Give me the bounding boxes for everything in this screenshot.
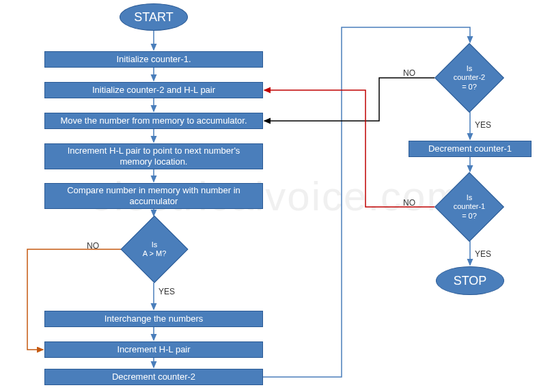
text-decrement-counter1: Decrement counter-1 [428, 143, 512, 154]
process-compare: Compare number in memory with number in … [44, 183, 263, 209]
text-interchange: Interchange the numbers [105, 313, 204, 324]
process-move-memory: Move the number from memory to accumulat… [44, 113, 263, 129]
text-init-counter1: Initialize counter-1. [116, 54, 191, 65]
process-decrement-counter1: Decrement counter-1 [409, 141, 532, 157]
decision-counter2-zero: Is counter-2 = 0? [445, 53, 494, 102]
decision-a-gt-m: Is A > M? [130, 225, 178, 273]
decision-counter1-zero: Is counter-1 = 0? [445, 182, 494, 232]
text-compare: Compare number in memory with number in … [51, 185, 257, 208]
process-increment-hl-next: Increment H-L pair to point to next numb… [44, 143, 263, 169]
label-c1-yes: YES [475, 249, 491, 259]
process-increment-hl: Increment H-L pair [44, 341, 263, 358]
decision-counter2-zero-text: Is counter-2 = 0? [445, 53, 494, 102]
decision-a-gt-m-text: Is A > M? [130, 225, 178, 273]
text-increment-hl-next: Increment H-L pair to point to next numb… [51, 145, 257, 168]
process-interchange: Interchange the numbers [44, 311, 263, 327]
label-c2-yes: YES [475, 120, 491, 130]
start-label: START [134, 10, 173, 25]
process-init-counter2-hl: Initialize counter-2 and H-L pair [44, 82, 263, 98]
process-init-counter1: Initialize counter-1. [44, 51, 263, 68]
label-c2-no: NO [403, 68, 415, 78]
label-a-gt-m-no: NO [87, 241, 99, 251]
text-increment-hl: Increment H-L pair [117, 344, 190, 355]
start-terminal: START [120, 3, 188, 31]
decision-counter1-zero-text: Is counter-1 = 0? [445, 182, 494, 232]
process-decrement-counter2: Decrement counter-2 [44, 369, 263, 385]
text-move-memory: Move the number from memory to accumulat… [60, 115, 247, 126]
text-decrement-counter2: Decrement counter-2 [112, 372, 195, 382]
label-a-gt-m-yes: YES [158, 287, 175, 296]
edge-decision-c2-no [264, 78, 434, 121]
edge-decision-am-no [27, 249, 122, 350]
text-init-counter2-hl: Initialize counter-2 and H-L pair [92, 85, 215, 96]
stop-label: STOP [454, 274, 487, 288]
label-c1-no: NO [403, 198, 415, 208]
stop-terminal: STOP [436, 266, 504, 295]
